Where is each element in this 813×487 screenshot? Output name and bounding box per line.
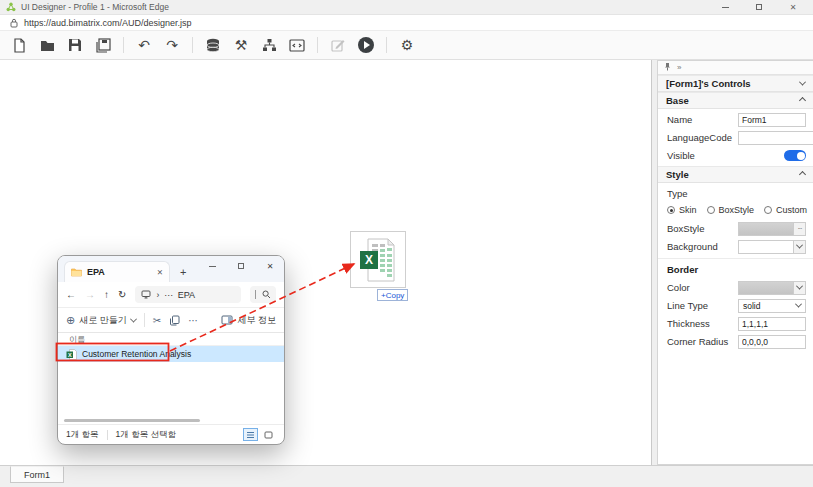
boxstyle-swatch[interactable] <box>738 222 793 236</box>
chevron-down-icon <box>796 242 803 249</box>
border-color-label: Color <box>667 282 738 293</box>
name-input[interactable] <box>738 113 806 127</box>
border-color-dropdown-button[interactable] <box>793 281 806 295</box>
new-file-button[interactable] <box>6 34 32 56</box>
corner-radius-input[interactable] <box>738 335 806 349</box>
settings-button[interactable]: ⚙ <box>394 34 420 56</box>
forward-button[interactable]: → <box>85 289 95 300</box>
sitemap-button[interactable] <box>256 34 282 56</box>
radio-custom[interactable] <box>764 206 772 214</box>
tab-form1[interactable]: Form1 <box>10 466 64 483</box>
chevron-up-icon <box>799 97 806 104</box>
search-box[interactable] <box>250 286 276 303</box>
url-text[interactable]: https://aud.bimatrix.com/AUD/designer.js… <box>24 18 192 28</box>
run-button[interactable] <box>353 34 379 56</box>
open-folder-button[interactable] <box>34 34 60 56</box>
collapse-panel-icon[interactable]: » <box>677 63 681 72</box>
name-label: Name <box>667 114 738 125</box>
redo-button[interactable]: ↷ <box>159 34 185 56</box>
controls-section-header[interactable]: [Form1]'s Controls <box>658 75 813 92</box>
background-dropdown-button[interactable] <box>793 240 806 254</box>
drag-copy-badge: +Copy <box>377 289 408 301</box>
details-pane-label: 세부 정보 <box>237 314 276 327</box>
line-type-row: Line Type solid <box>658 298 813 313</box>
save-button[interactable] <box>62 34 88 56</box>
undo-button[interactable]: ↶ <box>131 34 157 56</box>
cut-button[interactable]: ✂ <box>153 315 161 326</box>
explorer-close-button[interactable]: ✕ <box>264 260 276 272</box>
base-section-header[interactable]: Base <box>658 92 813 109</box>
list-view-icon <box>246 431 255 439</box>
explorer-tab[interactable]: EPA ✕ <box>64 261 170 282</box>
languagecode-input[interactable] <box>738 131 813 145</box>
new-tab-button[interactable]: + <box>180 266 186 278</box>
border-color-swatch[interactable] <box>738 281 793 295</box>
file-name: Customer Retention Analysis <box>82 349 191 359</box>
explorer-tab-bar: EPA ✕ + ✕ <box>58 256 284 282</box>
close-button[interactable]: ✕ <box>787 1 799 13</box>
back-button[interactable]: ← <box>66 289 76 300</box>
type-radio-group: Skin BoxStyle Custom <box>658 203 813 217</box>
edit-button[interactable] <box>325 34 351 56</box>
base-section-title: Base <box>666 95 689 106</box>
status-divider <box>107 430 108 440</box>
details-view-button[interactable] <box>243 428 258 441</box>
folder-icon <box>71 268 82 277</box>
tools-button[interactable]: ⚒ <box>228 34 254 56</box>
more-options-button[interactable]: ⋯ <box>188 315 198 326</box>
breadcrumb-ellipsis[interactable]: ⋯ <box>164 290 173 300</box>
languagecode-property-row: LanguageCode ··· <box>658 130 813 145</box>
explorer-nav-bar: ← → ↑ ↻ › ⋯ EPA <box>58 282 284 308</box>
border-color-row: Color <box>658 280 813 295</box>
properties-panel: » [Form1]'s Controls Base Name LanguageC… <box>657 60 813 465</box>
background-label: Background <box>667 241 738 252</box>
pin-icon[interactable] <box>664 62 671 73</box>
search-icon <box>262 290 271 299</box>
thickness-input[interactable] <box>738 317 806 331</box>
copy-button[interactable] <box>169 315 180 326</box>
thumbnail-view-icon <box>264 431 273 439</box>
column-header-name[interactable]: 이름 <box>58 333 284 346</box>
style-section-header[interactable]: Style <box>658 166 813 183</box>
browser-titlebar: UI Designer - Profile 1 - Microsoft Edge… <box>0 0 813 15</box>
radio-skin[interactable] <box>667 206 675 214</box>
breadcrumb-current-folder[interactable]: EPA <box>178 290 195 300</box>
explorer-empty-area[interactable] <box>58 362 284 424</box>
visible-toggle[interactable] <box>784 150 806 161</box>
new-item-button[interactable]: ⊕ 새로 만들기 <box>66 314 136 327</box>
refresh-button[interactable]: ↻ <box>118 289 126 300</box>
status-selected-count: 1개 항목 선택함 <box>116 429 176 441</box>
controls-section-title: [Form1]'s Controls <box>666 78 751 89</box>
database-button[interactable] <box>200 34 226 56</box>
boxstyle-picker-button[interactable]: ··· <box>793 222 806 236</box>
line-type-select[interactable]: solid <box>738 299 806 313</box>
horizontal-scrollbar[interactable] <box>64 419 200 422</box>
toolbar-separator <box>386 37 387 53</box>
explorer-maximize-button[interactable] <box>235 260 247 272</box>
designer-toolbar: ↶ ↷ ⚒ ⚙ <box>0 31 813 60</box>
explorer-tab-title: EPA <box>87 267 152 277</box>
address-bar[interactable]: › ⋯ EPA <box>135 286 241 303</box>
large-icons-view-button[interactable] <box>261 428 276 441</box>
radio-custom-label: Custom <box>776 205 807 215</box>
status-item-count: 1개 항목 <box>66 429 99 441</box>
minimize-button[interactable] <box>719 1 731 13</box>
boxstyle-label: BoxStyle <box>667 223 738 234</box>
explorer-minimize-button[interactable] <box>206 260 218 272</box>
tab-close-icon[interactable]: ✕ <box>157 268 163 277</box>
up-button[interactable]: ↑ <box>104 289 109 300</box>
background-swatch[interactable] <box>738 240 793 254</box>
dragged-excel-item[interactable]: X <box>350 231 406 288</box>
code-view-button[interactable] <box>284 34 310 56</box>
save-all-button[interactable] <box>90 34 116 56</box>
radio-boxstyle[interactable] <box>707 206 715 214</box>
details-pane-icon <box>221 315 233 325</box>
file-explorer-window[interactable]: EPA ✕ + ✕ ← → ↑ ↻ › ⋯ EPA <box>57 255 285 445</box>
maximize-button[interactable] <box>753 1 765 13</box>
toolbar-separator <box>192 37 193 53</box>
toolbar-separator <box>123 37 124 53</box>
url-bar[interactable]: https://aud.bimatrix.com/AUD/designer.js… <box>0 15 813 31</box>
details-pane-button[interactable]: 세부 정보 <box>221 314 276 327</box>
file-row-selected[interactable]: X Customer Retention Analysis <box>58 346 284 362</box>
browser-window-controls: ✕ <box>719 1 807 13</box>
